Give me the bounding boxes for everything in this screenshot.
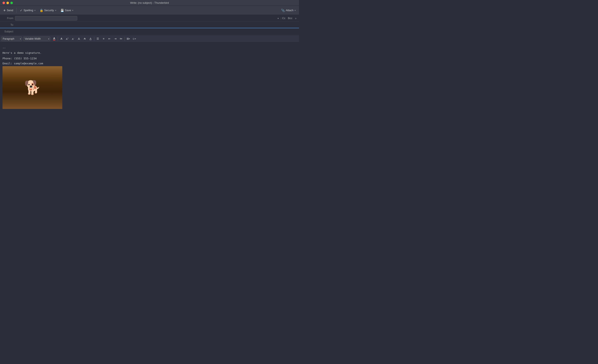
title-bar: Write: (no subject) - Thunderbird — [0, 0, 299, 6]
lock-icon: 🔒 — [40, 9, 43, 12]
format-sep-3 — [125, 37, 125, 41]
spelling-icon: ✓ — [20, 9, 22, 12]
outdent-icon: ⇤ — [108, 37, 111, 40]
to-input[interactable] — [15, 22, 297, 28]
spelling-button[interactable]: ✓ Spelling ▾ — [18, 8, 37, 13]
strikethrough-icon: A — [84, 37, 86, 40]
bold-icon: A — [60, 37, 62, 40]
format-toolbar: Paragraph Variable Width A A A+ A- A A A… — [0, 35, 299, 42]
font-name-select[interactable]: Variable Width — [23, 37, 50, 41]
expand-headers-button[interactable]: » — [295, 16, 297, 20]
font-style-icon: A — [78, 37, 80, 40]
to-row: To — [0, 22, 299, 28]
smiley-icon: ☺ — [132, 37, 135, 40]
from-address-select[interactable] — [15, 16, 77, 21]
signature-dash: -- — [2, 46, 297, 50]
email-line: Email: sample@example.com — [2, 61, 297, 65]
strikethrough-button[interactable]: A — [82, 36, 87, 41]
subject-input[interactable] — [15, 28, 297, 35]
paragraph-style-wrapper[interactable]: Paragraph — [1, 37, 22, 41]
window-title: Write: (no subject) - Thunderbird — [130, 1, 169, 4]
signature-image: 🐕 — [2, 66, 62, 109]
dog-photo-inner: 🐕 — [2, 66, 62, 109]
format-sep-1 — [58, 37, 58, 41]
outdent-button[interactable]: ⇤ — [107, 36, 112, 41]
indent-button[interactable]: ⇥ — [113, 36, 118, 41]
send-icon: ✈ — [3, 9, 6, 12]
smiley-button[interactable]: ☺ ▾ — [132, 36, 137, 41]
attach-icon: 📎 — [281, 9, 285, 12]
bold-button[interactable]: A — [59, 36, 64, 41]
minimize-button[interactable] — [7, 2, 9, 4]
font-name-wrapper[interactable]: Variable Width — [23, 37, 50, 41]
subject-row: Subject — [0, 28, 299, 35]
text-color-icon: A — [53, 37, 55, 40]
cc-button[interactable]: Cc — [282, 16, 285, 20]
underline-icon: A — [90, 37, 91, 40]
from-controls — [15, 16, 280, 21]
align-icon: ≡ — [120, 37, 121, 40]
security-button[interactable]: 🔒 Security ▾ — [38, 8, 58, 13]
subject-label: Subject — [2, 30, 15, 33]
from-row: From | Cc Bcc » — [0, 15, 299, 22]
insert-icon: ⊞ — [127, 37, 129, 40]
decrease-font-icon: A- — [72, 37, 74, 40]
font-style-button[interactable]: A — [76, 36, 82, 41]
spelling-dropdown-arrow: ▾ — [34, 9, 35, 11]
window-controls — [2, 2, 13, 4]
security-dropdown-arrow: ▾ — [55, 9, 56, 11]
to-label: To — [2, 23, 15, 26]
insert-dropdown-arrow: ▾ — [129, 38, 130, 40]
phone-line: Phone: (555) 555-1234 — [2, 57, 297, 61]
send-button[interactable]: ✈ Send — [2, 8, 15, 13]
save-button[interactable]: 💾 Save ▾ — [59, 8, 75, 13]
compose-area[interactable]: -- Here's a demo signature. Phone: (555)… — [0, 42, 299, 167]
header-section: From | Cc Bcc » To Subject — [0, 15, 299, 35]
from-address-wrapper[interactable] — [15, 16, 280, 21]
ordered-list-icon: ≡ — [103, 37, 104, 40]
main-toolbar: ✈ Send ✓ Spelling ▾ 🔒 Security ▾ 💾 Save … — [0, 6, 299, 15]
text-color-btn[interactable]: A — [51, 36, 57, 41]
paragraph-style-select[interactable]: Paragraph — [1, 37, 22, 41]
unordered-list-icon: ☰ — [97, 37, 99, 40]
close-button[interactable] — [2, 2, 5, 4]
pipe-separator: | — [281, 16, 281, 20]
indent-icon: ⇥ — [114, 37, 116, 40]
attach-button[interactable]: 📎 Attach ▾ — [280, 8, 297, 13]
underline-button[interactable]: A — [88, 36, 93, 41]
cc-bcc-controls: Cc Bcc » — [282, 16, 297, 20]
bcc-button[interactable]: Bcc — [288, 16, 292, 20]
unordered-list-button[interactable]: ☰ — [95, 36, 100, 41]
decrease-font-button[interactable]: A- — [70, 36, 76, 41]
increase-font-button[interactable]: A+ — [65, 36, 70, 41]
insert-button[interactable]: ⊞ ▾ — [126, 36, 131, 41]
signature-text: Here's a demo signature. — [2, 51, 297, 55]
align-dropdown-arrow: ▾ — [121, 38, 122, 40]
from-label: From — [2, 16, 15, 20]
align-button[interactable]: ≡ ▾ — [118, 36, 124, 41]
save-dropdown-arrow: ▾ — [72, 9, 73, 11]
attach-dropdown-arrow: ▾ — [295, 9, 296, 11]
save-icon: 💾 — [60, 9, 64, 12]
smiley-dropdown-arrow: ▾ — [135, 38, 136, 40]
ordered-list-button[interactable]: ≡ — [101, 36, 106, 41]
maximize-button[interactable] — [10, 2, 13, 4]
increase-font-icon: A+ — [66, 37, 69, 40]
